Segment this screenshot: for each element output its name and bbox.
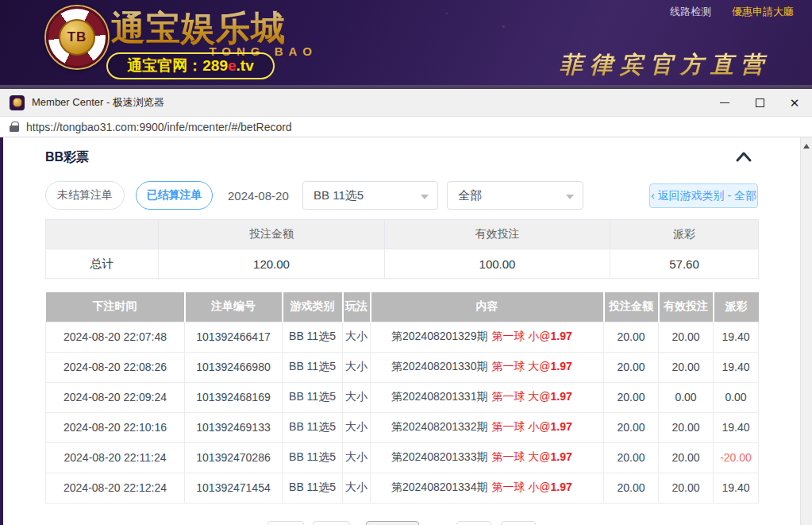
maximize-icon <box>756 98 764 107</box>
pagination-button-4[interactable] <box>501 521 536 525</box>
bet-number: 101392471454 <box>185 473 283 503</box>
official-number: 289 <box>202 57 228 75</box>
date-picker[interactable]: 2024-08-20 <box>228 181 289 210</box>
play-type: 大小 <box>343 322 371 352</box>
bet-time: 2024-08-20 22:11:24 <box>46 442 185 473</box>
bet-content: 第202408201330期第一球 大@1.97 <box>371 352 604 382</box>
bet-time: 2024-08-20 22:10:16 <box>46 412 185 442</box>
close-button[interactable]: ✕ <box>777 89 812 117</box>
odds-text: 1.97 <box>551 420 572 433</box>
payout: -20.00 <box>714 442 759 473</box>
unsettled-bets-button[interactable]: 未结算注单 <box>45 181 125 210</box>
bet-content: 第202408201332期第一球 小@1.97 <box>371 412 604 442</box>
minimize-button[interactable] <box>707 89 742 117</box>
lock-icon <box>10 122 19 133</box>
official-label: 通宝官网： <box>127 56 202 76</box>
unsettled-bets-label: 未结算注单 <box>57 188 113 203</box>
bet-number: 101392468169 <box>185 382 283 412</box>
bet-time: 2024-08-20 22:09:24 <box>46 382 185 412</box>
period-text: 第202408201334期 <box>391 481 487 493</box>
section-title: BB彩票 <box>45 149 89 166</box>
pick-text: 第一球 小@ <box>491 481 550 493</box>
bet-time: 2024-08-20 22:07:48 <box>46 322 185 352</box>
play-type: 大小 <box>343 442 371 473</box>
bet-records-table: 下注时间 注单编号 游戏类别 玩法 内容 投注金额 有效投注 派彩 2024-0… <box>45 292 759 504</box>
bet-amount: 20.00 <box>604 412 659 442</box>
bet-content: 第202408201331期第一球 大@1.97 <box>371 382 604 412</box>
vertical-scrollbar[interactable] <box>800 137 812 525</box>
bet-number: 101392470286 <box>185 442 283 473</box>
valid-bet: 20.00 <box>659 473 714 503</box>
chip-tb-label: TB <box>59 19 95 56</box>
type-select[interactable]: 全部 <box>447 181 583 210</box>
payout: 19.40 <box>714 412 759 442</box>
pick-text: 第一球 大@ <box>491 390 550 403</box>
table-row: 2024-08-20 22:08:26 101392466980 BB 11选5… <box>46 352 759 382</box>
summary-header-empty <box>46 220 159 249</box>
bet-amount: 20.00 <box>604 473 659 503</box>
payout: 0.00 <box>714 382 759 412</box>
bet-amount: 20.00 <box>604 442 659 473</box>
valid-bet: 20.00 <box>659 322 714 352</box>
table-row: 2024-08-20 22:09:24 101392468169 BB 11选5… <box>46 382 759 412</box>
game-category: BB 11选5 <box>283 412 343 442</box>
col-valid-bet: 有效投注 <box>659 292 714 322</box>
bet-amount: 20.00 <box>604 322 659 352</box>
summary-header-valid: 有效投注 <box>385 220 610 249</box>
banner-top-links: 线路检测 優惠申請大廳 <box>670 5 794 19</box>
col-bet-time: 下注时间 <box>46 292 185 322</box>
pick-text: 第一球 大@ <box>491 450 550 463</box>
scrollbar-up-arrow-icon[interactable] <box>803 144 810 149</box>
bet-amount: 20.00 <box>604 352 659 382</box>
period-text: 第202408201332期 <box>391 420 487 433</box>
browser-urlbar[interactable]: https://tongbao31.com:9900/infe/mcenter/… <box>0 117 812 137</box>
summary-amount: 120.00 <box>159 249 385 279</box>
bet-number: 101392466980 <box>185 352 283 382</box>
window-controls: ✕ <box>707 89 812 117</box>
period-text: 第202408201331期 <box>391 390 487 403</box>
play-type: 大小 <box>343 382 371 412</box>
table-row: 2024-08-20 22:10:16 101392469133 BB 11选5… <box>46 412 759 442</box>
game-category: BB 11选5 <box>283 382 343 412</box>
url-text[interactable]: https://tongbao31.com:9900/infe/mcenter/… <box>26 121 292 133</box>
odds-text: 1.97 <box>551 390 572 403</box>
pagination-button-3[interactable] <box>456 521 491 525</box>
payout: 19.40 <box>714 352 759 382</box>
poker-chip-logo-icon[interactable]: TB <box>46 6 108 68</box>
maximize-button[interactable] <box>742 89 777 117</box>
browser-titlebar: Member Center - 极速浏览器 ✕ <box>0 89 812 117</box>
summary-row: 总计 120.00 100.00 57.60 <box>46 249 759 279</box>
game-select[interactable]: BB 11选5 <box>302 181 438 210</box>
promo-hall-link[interactable]: 優惠申請大廳 <box>732 5 794 19</box>
official-site-pill[interactable]: 通宝官网： 289 e .tv <box>106 52 275 79</box>
col-play-type: 玩法 <box>343 292 371 322</box>
odds-text: 1.97 <box>551 330 572 342</box>
chevron-up-icon <box>733 149 754 166</box>
collapse-section-button[interactable] <box>733 149 754 166</box>
game-category: BB 11选5 <box>283 442 343 473</box>
bet-content: 第202408201329期第一球 小@1.97 <box>371 322 604 352</box>
summary-total-label: 总计 <box>46 249 159 279</box>
back-to-game-category-button[interactable]: ‹ 返回游戏类别 - 全部 <box>649 183 758 208</box>
play-type: 大小 <box>343 473 371 503</box>
summary-table: 投注金额 有效投注 派彩 总计 120.00 100.00 57.60 <box>45 219 759 279</box>
period-text: 第202408201333期 <box>391 450 487 463</box>
play-type: 大小 <box>343 352 371 382</box>
bet-number: 101392466417 <box>185 322 283 352</box>
site-name: 通宝娱乐城 TONG BAO <box>111 10 317 58</box>
pagination-button-1[interactable] <box>267 521 304 525</box>
bet-content: 第202408201334期第一球 小@1.97 <box>371 473 604 503</box>
pagination-current-page[interactable] <box>366 521 419 525</box>
settled-bets-button[interactable]: 已结算注单 <box>136 181 213 210</box>
site-name-cn: 通宝娱乐城 <box>111 10 317 46</box>
pagination-button-2[interactable] <box>313 521 350 525</box>
table-row: 2024-08-20 22:07:48 101392466417 BB 11选5… <box>46 322 759 352</box>
chevron-down-icon <box>566 195 574 199</box>
summary-valid: 100.00 <box>385 249 610 279</box>
game-category: BB 11选5 <box>283 473 343 503</box>
minimize-icon <box>720 102 729 103</box>
pick-text: 第一球 小@ <box>491 330 550 342</box>
official-e: e <box>228 57 237 75</box>
summary-payout: 57.60 <box>610 249 759 279</box>
line-check-link[interactable]: 线路检测 <box>670 5 711 19</box>
